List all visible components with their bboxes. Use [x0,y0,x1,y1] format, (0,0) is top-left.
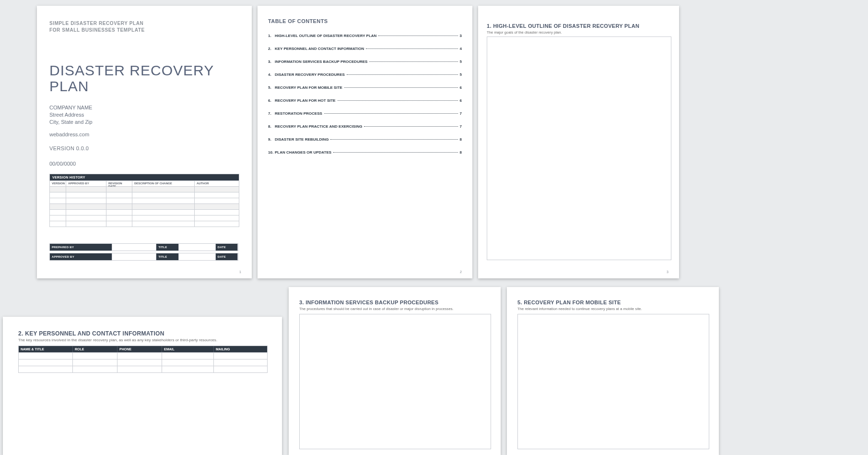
toc-page: 8 [459,137,462,142]
toc-number: 2. [268,47,275,51]
personnel-table: NAME & TITLE ROLE PHONE EMAIL MAILING [18,346,268,373]
section-heading: 2. KEY PERSONNEL AND CONTACT INFORMATION [18,330,164,337]
doc-page-6: 5. RECOVERY PLAN FOR MOBILE SITE The rel… [507,287,719,455]
template-supertitle-line: SIMPLE DISASTER RECOVERY PLAN [49,20,145,27]
col-name-title: NAME & TITLE [19,346,73,352]
label-title: TITLE [156,253,178,260]
toc-leader [369,61,457,62]
doc-page-5: 3. INFORMATION SERVICES BACKUP PROCEDURE… [289,287,501,455]
toc-title: RECOVERY PLAN PRACTICE AND EXERCISING [275,124,363,129]
toc-item: 6.RECOVERY PLAN FOR HOT SITE6 [268,98,462,103]
toc-number: 1. [268,34,275,38]
toc-title: KEY PERSONNEL AND CONTACT INFORMATION [275,47,365,51]
toc-item: 5.RECOVERY PLAN FOR MOBILE SITE6 [268,85,462,90]
col-author: AUTHOR [195,181,239,186]
toc-number: 6. [268,98,275,103]
company-csz: City, State and Zip [49,119,93,126]
table-row [19,366,267,372]
toc-title: RESTORATION PROCESS [275,111,323,116]
label-date: DATE [216,253,238,260]
col-revdate: REVISION DATE [106,181,132,186]
toc-item: 3.INFORMATION SERVICES BACKUP PROCEDURES… [268,60,462,64]
table-row [50,209,239,215]
doc-page-3: 1. HIGH-LEVEL OUTLINE OF DISASTER RECOVE… [478,6,679,278]
toc-title: DISASTER RECOVERY PROCEDURES [275,72,346,77]
toc-number: 9. [268,137,275,142]
section-subtitle: The procedures that should be carried ou… [299,307,454,311]
template-supertitle: SIMPLE DISASTER RECOVERY PLAN FOR SMALL … [49,20,145,33]
toc-title: RECOVERY PLAN FOR MOBILE SITE [275,85,343,90]
toc-page: 8 [459,150,462,155]
toc-leader [333,152,457,153]
toc-page: 6 [459,98,462,103]
page-number: 3 [667,270,669,274]
doc-page-4: 2. KEY PERSONNEL AND CONTACT INFORMATION… [3,317,282,455]
section-heading: 1. HIGH-LEVEL OUTLINE OF DISASTER RECOVE… [487,23,639,29]
toc-item: 7.RESTORATION PROCESS7 [268,111,462,116]
version-label: VERSION 0.0.0 [49,145,89,151]
toc-page: 5 [459,60,462,64]
table-row [50,192,239,198]
company-street: Street Address [49,111,93,119]
toc-item: 10.PLAN CHANGES OR UPDATES8 [268,150,462,155]
value-cell [179,253,216,260]
toc-page: 7 [459,111,462,116]
toc-title: HIGH-LEVEL OUTLINE OF DISASTER RECOVERY … [275,34,377,38]
toc-number: 3. [268,60,275,64]
value-cell [179,244,216,251]
col-approved: APPROVED BY [66,181,106,186]
version-history-header: VERSION HISTORY [50,174,239,180]
toc-title: INFORMATION SERVICES BACKUP PROCEDURES [275,60,368,64]
toc-page: 7 [459,124,462,129]
toc-title: RECOVERY PLAN FOR HOT SITE [275,98,337,103]
toc-number: 8. [268,124,275,129]
toc-title: PLAN CHANGES OR UPDATES [275,150,332,155]
document-title: DISASTER RECOVERY PLAN [49,62,214,94]
toc-leader [330,139,457,140]
web-address: webaddress.com [49,132,89,137]
doc-page-1: SIMPLE DISASTER RECOVERY PLAN FOR SMALL … [37,6,252,278]
col-phone: PHONE [117,346,162,352]
toc-page: 6 [459,85,462,90]
content-box [487,36,671,260]
label-date: DATE [216,244,238,251]
toc-leader [366,48,457,49]
table-row [19,359,267,366]
toc-number: 5. [268,85,275,90]
section-subtitle: The relevant information needed to conti… [517,307,642,311]
approved-by-row: APPROVED BY TITLE DATE [49,253,238,261]
toc-item: 2.KEY PERSONNEL AND CONTACT INFORMATION4 [268,47,462,51]
toc-leader [378,36,457,36]
toc-number: 7. [268,111,275,116]
company-name: COMPANY NAME [49,104,93,111]
toc-page: 3 [459,34,462,38]
page-number: 2 [460,270,462,274]
section-heading: 5. RECOVERY PLAN FOR MOBILE SITE [517,299,621,305]
toc-title: DISASTER SITE REBUILDING [275,137,329,142]
prepared-by-row: PREPARED BY TITLE DATE [49,243,238,251]
table-row [50,221,239,227]
toc-item: 1.HIGH-LEVEL OUTLINE OF DISASTER RECOVER… [268,34,462,38]
version-history-table: VERSION HISTORY VERSION APPROVED BY REVI… [49,174,239,227]
section-heading: 3. INFORMATION SERVICES BACKUP PROCEDURE… [299,299,438,305]
toc-leader [344,87,458,88]
section-subtitle: The major goals of the disaster recovery… [487,30,562,35]
value-cell [112,244,156,251]
toc-list: 1.HIGH-LEVEL OUTLINE OF DISASTER RECOVER… [268,34,462,163]
page-number: 1 [239,270,241,274]
content-box [299,314,491,449]
col-mailing: MAILING [214,346,267,352]
col-desc: DESCRIPTION OF CHANGE [132,181,195,186]
table-header-row: VERSION APPROVED BY REVISION DATE DESCRI… [50,180,239,186]
table-row [50,215,239,221]
template-supertitle-line: FOR SMALL BUSINESSES TEMPLATE [49,27,145,34]
toc-leader [324,113,458,114]
col-role: ROLE [73,346,117,352]
toc-heading: TABLE OF CONTENTS [268,18,328,24]
value-cell [112,253,156,260]
toc-item: 8.RECOVERY PLAN PRACTICE AND EXERCISING7 [268,124,462,129]
toc-leader [338,100,458,101]
date-label: 00/00/0000 [49,161,76,167]
table-row [50,186,239,192]
company-block: COMPANY NAME Street Address City, State … [49,104,93,126]
